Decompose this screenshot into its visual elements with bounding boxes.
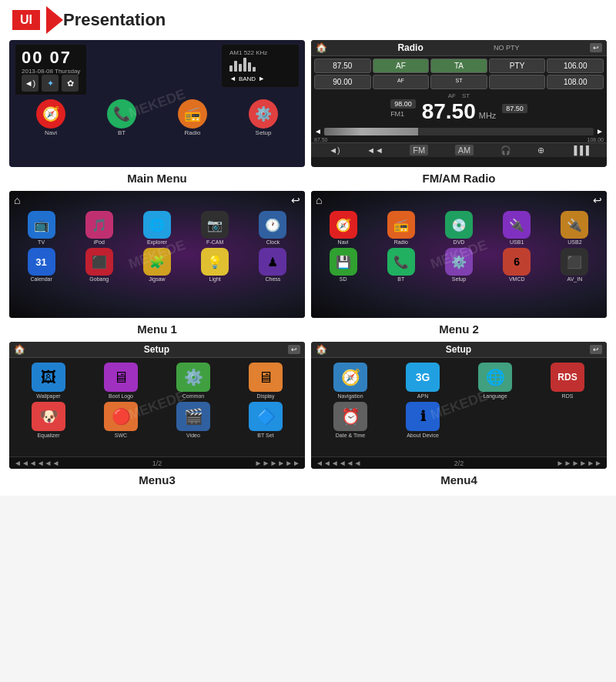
mm-settings-icon[interactable]: ✿ bbox=[62, 75, 79, 92]
menu2-usb1-icon: 🔌 bbox=[503, 211, 531, 239]
menu3-prev-btns[interactable]: ◄◄◄◄◄◄ bbox=[14, 459, 59, 467]
menu1-app-light[interactable]: 💡 Light bbox=[188, 248, 243, 282]
menu2-app-usb2[interactable]: 🔌 USB2 bbox=[547, 211, 602, 245]
radio-af-indicator: AF bbox=[373, 75, 430, 89]
menu3-screen: 🏠 Setup ↩ 🖼 Wallpaper 🖥 Boot Logo ⚙️ Com… bbox=[9, 342, 305, 469]
menu1-app-tv[interactable]: 📺 TV bbox=[14, 211, 69, 245]
menu4-navigation[interactable]: 🧭 Navigation bbox=[316, 363, 385, 399]
radio-pty: NO PTY bbox=[494, 44, 520, 52]
menu4-language[interactable]: 🌐 Language bbox=[460, 363, 530, 399]
radio-home-icon[interactable]: 🏠 bbox=[316, 42, 327, 53]
mm-app-radio[interactable]: 📻 Radio bbox=[178, 99, 207, 136]
menu1-app-jigsaw[interactable]: 🧩 Jigsaw bbox=[129, 248, 184, 282]
menu2-app-usb1[interactable]: 🔌 USB1 bbox=[490, 211, 544, 245]
menu2-app-dvd[interactable]: 💿 DVD bbox=[431, 211, 486, 245]
menu4-back-icon[interactable]: ↩ bbox=[590, 345, 602, 354]
menu1-app-clock[interactable]: 🕐 Clock bbox=[246, 211, 300, 245]
empty2-icon bbox=[551, 402, 584, 431]
radio-af-btn[interactable]: AF bbox=[373, 59, 430, 73]
swc-label: SWC bbox=[115, 433, 127, 438]
mm-app-bt[interactable]: 📞 BT bbox=[107, 99, 136, 136]
menu4-prev-btns[interactable]: ◄◄◄◄◄◄ bbox=[316, 459, 361, 467]
radio-freq-90[interactable]: 90.00 bbox=[314, 75, 371, 89]
menu3-common[interactable]: ⚙️ Common bbox=[159, 363, 228, 399]
menu1-screen: ⌂ ↩ 📺 TV 🎵 iPod 🌐 Explorer 📷 F- bbox=[9, 191, 305, 318]
eq-bar-5 bbox=[248, 62, 251, 72]
menu4-aboutdevice[interactable]: ℹ About Device bbox=[388, 402, 457, 438]
menu2-home-icon[interactable]: ⌂ bbox=[316, 194, 322, 206]
mm-prev-arrow[interactable]: ◄ bbox=[229, 75, 236, 82]
radio-main-freq-area: AF ST 87.50 MHz bbox=[422, 92, 497, 124]
menu4-datetime[interactable]: ⏰ Date & Time bbox=[316, 402, 385, 438]
menu3-video[interactable]: 🎬 Video bbox=[159, 402, 228, 438]
main-menu-screen: 00 07 2013-08-08 Thursday ◄) ✦ ✿ AM1 522… bbox=[9, 40, 305, 167]
mm-status-icons: ◄) ✦ ✿ bbox=[22, 75, 80, 92]
menu4-rds[interactable]: RDS RDS bbox=[533, 363, 602, 399]
panel-menu3-label: Menu3 bbox=[139, 473, 176, 486]
radio-vol-btn[interactable]: ◄) bbox=[329, 145, 340, 155]
menu1-app-gobang[interactable]: ⬛ Gobang bbox=[72, 248, 126, 282]
explorer-label: Explorer bbox=[147, 239, 167, 245]
mm-speaker-icon[interactable]: ◄) bbox=[22, 75, 38, 92]
radio-pty-btn[interactable]: PTY bbox=[489, 59, 546, 73]
menu3-bootlogo[interactable]: 🖥 Boot Logo bbox=[86, 363, 156, 399]
radio-prev-arrow[interactable]: ◄ bbox=[314, 127, 322, 135]
menu1-back-icon[interactable]: ↩ bbox=[291, 194, 300, 206]
radio-eq-icon[interactable]: ⊕ bbox=[537, 145, 544, 155]
menu2-app-vmcd[interactable]: 6 VMCD bbox=[490, 248, 544, 282]
menu1-app-explorer[interactable]: 🌐 Explorer bbox=[129, 211, 184, 245]
menu4-apn[interactable]: 3G APN bbox=[388, 363, 457, 399]
menu1-app-chess[interactable]: ♟ Chess bbox=[246, 248, 300, 282]
menu3-wallpaper[interactable]: 🖼 Wallpaper bbox=[14, 363, 83, 399]
radio-next-arrow[interactable]: ► bbox=[596, 127, 604, 135]
mm-app-navi[interactable]: 🧭 Navi bbox=[36, 99, 65, 136]
menu2-app-navi[interactable]: 🧭 Navi bbox=[316, 211, 370, 245]
mm-app-setup[interactable]: ⚙️ Setup bbox=[249, 99, 278, 136]
menu3-display[interactable]: 🖥 Display bbox=[231, 363, 300, 399]
menu1-app-calendar[interactable]: 31 Calendar bbox=[14, 248, 69, 282]
menu4-home-icon[interactable]: 🏠 bbox=[316, 344, 327, 355]
menu2-app-setup[interactable]: ⚙️ Setup bbox=[431, 248, 486, 282]
menu2-usb2-icon: 🔌 bbox=[561, 211, 588, 239]
menu2-back-icon[interactable]: ↩ bbox=[593, 194, 602, 206]
menu3-home-icon[interactable]: 🏠 bbox=[14, 344, 25, 355]
radio-back-btn[interactable]: ↩ bbox=[590, 43, 602, 52]
menu3-swc[interactable]: 🔴 SWC bbox=[86, 402, 156, 438]
menu4-next-btns[interactable]: ►►►►►► bbox=[557, 459, 602, 467]
radio-freq-87[interactable]: 87.50 bbox=[314, 59, 371, 73]
menu2-app-avin[interactable]: ⬛ AV_IN bbox=[547, 248, 602, 282]
radio-freq-small-87[interactable]: 87.50 bbox=[502, 104, 527, 113]
menu1-home-icon[interactable]: ⌂ bbox=[14, 194, 20, 206]
menu1-app-ipod[interactable]: 🎵 iPod bbox=[72, 211, 126, 245]
panel-main-menu: 00 07 2013-08-08 Thursday ◄) ✦ ✿ AM1 522… bbox=[9, 40, 305, 185]
mm-bt-icon[interactable]: ✦ bbox=[42, 75, 59, 92]
radio-slider-track[interactable] bbox=[324, 128, 594, 135]
menu3-page-num: 1/2 bbox=[152, 460, 162, 467]
menu2-app-radio[interactable]: 📻 Radio bbox=[373, 211, 428, 245]
radio-fm-btn[interactable]: FM bbox=[410, 145, 428, 155]
menu2-radio-icon: 📻 bbox=[387, 211, 415, 239]
radio-freq-small-98[interactable]: 98.00 bbox=[390, 99, 416, 109]
btset-icon: 🔷 bbox=[249, 402, 283, 431]
radio-freq-106[interactable]: 106.00 bbox=[547, 59, 604, 73]
radio-freq-108[interactable]: 108.00 bbox=[547, 75, 604, 89]
menu1-app-fcam[interactable]: 📷 F-CAM bbox=[188, 211, 243, 245]
panel-radio: 🏠 Radio NO PTY ↩ 87.50 AF TA PTY 106.00 … bbox=[311, 40, 607, 185]
menu3-btset[interactable]: 🔷 BT Set bbox=[231, 402, 300, 438]
menu2-app-bt[interactable]: 📞 BT bbox=[373, 248, 428, 282]
menu3-back-icon[interactable]: ↩ bbox=[288, 345, 300, 354]
radio-am-btn[interactable]: AM bbox=[455, 145, 474, 155]
radio-ta-btn[interactable]: TA bbox=[430, 59, 487, 73]
menu2-app-sd[interactable]: 💾 SD bbox=[316, 248, 370, 282]
mm-next-arrow[interactable]: ► bbox=[258, 75, 265, 82]
menu2-vmcd-icon: 6 bbox=[503, 248, 531, 276]
mm-band-label: AM1 522 KHz bbox=[229, 49, 267, 56]
gobang-label: Gobang bbox=[89, 276, 109, 282]
radio-prev-btn[interactable]: ◄◄ bbox=[367, 145, 383, 155]
menu2-usb2-label: USB2 bbox=[567, 239, 581, 245]
common-label: Common bbox=[182, 393, 204, 399]
menu3-equalizer[interactable]: 🐶 Equalizer bbox=[14, 402, 83, 438]
menu3-next-btns[interactable]: ►►►►►► bbox=[255, 459, 300, 467]
panel-menu1: ⌂ ↩ 📺 TV 🎵 iPod 🌐 Explorer 📷 F- bbox=[9, 191, 305, 336]
eq-bar-6 bbox=[253, 67, 256, 72]
